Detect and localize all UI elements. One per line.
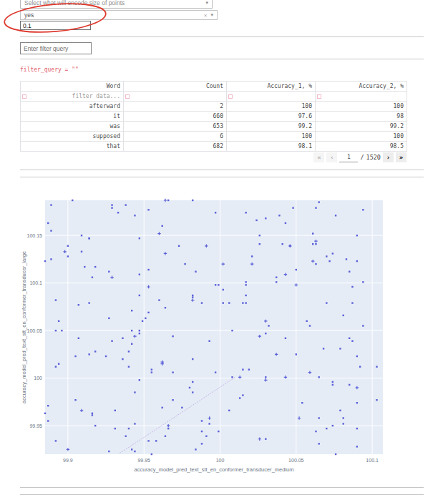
- scatter-point: [268, 325, 269, 326]
- scatter-point: [122, 338, 123, 339]
- scatter-point: [265, 333, 266, 334]
- pagination: « ‹ / 1520 › »: [313, 152, 406, 162]
- scatter-point: [215, 212, 216, 213]
- table-cell: afterward: [21, 102, 124, 112]
- scatter-point: [351, 340, 353, 342]
- scatter-point: [50, 204, 52, 205]
- filter-row-label: filter data...: [72, 93, 120, 99]
- table-row: it66097.698: [21, 112, 407, 122]
- page-separator: /: [360, 154, 364, 161]
- scatter-point: [335, 454, 336, 455]
- scatter-point: [111, 204, 112, 205]
- scatter-point: [245, 281, 246, 283]
- column-header: Count: [124, 82, 227, 92]
- column-filter-cell[interactable]: [124, 92, 227, 102]
- point-size-input[interactable]: [20, 21, 91, 30]
- table-cell: 98: [316, 112, 407, 122]
- scatter-point: [92, 413, 93, 414]
- pagination-first-button[interactable]: «: [313, 152, 324, 162]
- scatter-point: [205, 436, 207, 437]
- scatter-point: [332, 381, 333, 383]
- divider: [20, 36, 424, 37]
- scatter-point: [201, 431, 203, 432]
- scatter-point: [115, 410, 116, 411]
- scatter-point: [142, 320, 143, 322]
- scatter-figure[interactable]: 99.999.95100100.05100.199.95100100.05100…: [20, 193, 410, 474]
- scatter-point: [218, 284, 219, 285]
- scatter-point: [259, 235, 260, 236]
- filter-query-input[interactable]: [20, 42, 92, 54]
- scatter-plot-area[interactable]: [45, 200, 383, 454]
- scatter-point: [359, 366, 361, 367]
- table-cell: 100: [316, 132, 407, 142]
- scatter-point: [125, 436, 126, 437]
- scatter-point: [296, 269, 297, 270]
- scatter-point: [339, 348, 341, 349]
- page-number-input[interactable]: [339, 152, 358, 162]
- scatter-point: [55, 440, 57, 441]
- x-tick-label: 99.95: [137, 458, 150, 463]
- scatter-point: [343, 417, 344, 418]
- scatter-point: [108, 451, 109, 452]
- column-filter-cell[interactable]: filter data...: [21, 92, 124, 102]
- table-cell: 2: [124, 102, 227, 112]
- column-filter-cell[interactable]: [227, 92, 316, 102]
- scatter-point: [94, 351, 96, 352]
- scatter-point: [318, 443, 320, 444]
- clear-icon[interactable]: ×: [204, 12, 209, 19]
- scatter-point: [115, 428, 116, 429]
- scatter-point: [328, 260, 330, 262]
- scatter-point: [139, 379, 140, 381]
- scatter-point: [72, 200, 73, 201]
- scatter-point: [92, 414, 93, 416]
- scatter-point: [44, 260, 46, 262]
- scatter-point: [108, 318, 109, 319]
- scatter-point: [134, 423, 135, 424]
- scatter-point: [134, 215, 135, 216]
- divider: [20, 177, 424, 177]
- scatter-point: [349, 384, 350, 386]
- scatter-point: [201, 443, 203, 444]
- chevron-down-icon[interactable]: ▾: [203, 0, 212, 6]
- scatter-point: [318, 201, 320, 202]
- scatter-point: [343, 423, 344, 424]
- pagination-next-button[interactable]: ›: [383, 152, 394, 162]
- pagination-prev-button[interactable]: ‹: [326, 152, 337, 162]
- size-encoding-value-select[interactable]: yes × ▾: [20, 10, 218, 20]
- table-cell: that: [21, 142, 124, 152]
- column-header: Accuracy_2, %: [316, 82, 407, 92]
- scatter-point: [332, 253, 333, 254]
- page-total: 1520: [366, 154, 381, 161]
- scatter-point: [74, 356, 76, 357]
- pagination-last-button[interactable]: »: [396, 152, 406, 162]
- scatter-point: [58, 363, 59, 364]
- chevron-down-icon[interactable]: ▾: [208, 12, 217, 18]
- scatter-point: [139, 237, 140, 239]
- scatter-point: [195, 271, 196, 273]
- scatter-point: [356, 446, 358, 447]
- scatter-point: [192, 296, 193, 298]
- size-encoding-select[interactable]: Select what will encode size of points ▾: [20, 0, 213, 9]
- scatter-point: [351, 302, 353, 303]
- scatter-point: [326, 255, 327, 257]
- table-cell: supposed: [21, 132, 124, 142]
- scatter-point: [158, 299, 160, 300]
- scatter-point: [61, 330, 62, 331]
- scatter-point: [181, 407, 182, 408]
- scatter-point: [259, 243, 260, 245]
- scatter-point: [335, 215, 336, 216]
- scatter-point: [245, 284, 246, 285]
- scatter-point: [47, 420, 49, 421]
- y-tick-label: 100.05: [27, 328, 43, 333]
- table-cell: 6: [124, 132, 227, 142]
- y-tick-label: 100.1: [29, 280, 42, 285]
- divider: [20, 494, 424, 495]
- table-cell: 100: [227, 132, 316, 142]
- scatter-point: [332, 425, 333, 426]
- scatter-point: [50, 258, 52, 260]
- scatter-point: [55, 299, 57, 300]
- divider: [20, 487, 424, 488]
- column-filter-cell[interactable]: [316, 92, 407, 102]
- scatter-point: [215, 284, 216, 285]
- table-cell: 98.1: [227, 142, 316, 152]
